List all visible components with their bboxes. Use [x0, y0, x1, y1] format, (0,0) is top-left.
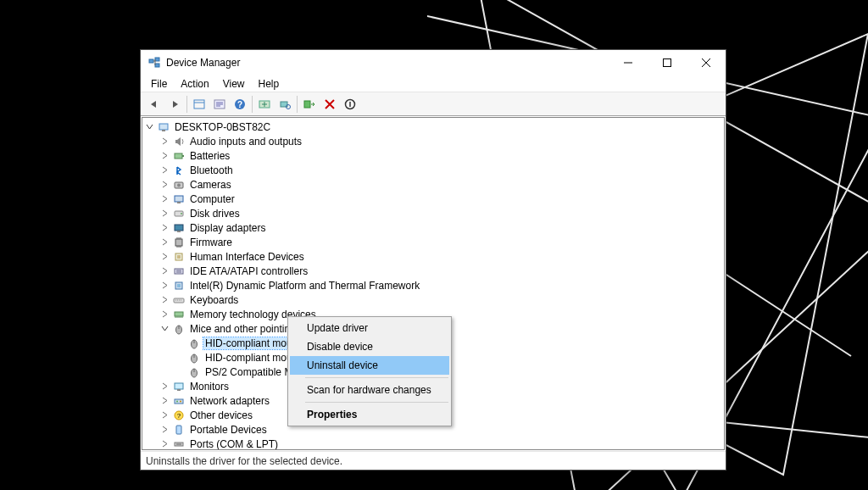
svg-point-18: [177, 183, 181, 187]
menubar: File Action View Help: [141, 75, 726, 92]
monitor-icon: [172, 380, 186, 393]
menu-help[interactable]: Help: [252, 76, 287, 92]
chevron-right-icon[interactable]: [161, 382, 171, 390]
chevron-right-icon[interactable]: [161, 253, 171, 260]
uninstall-device-button[interactable]: [320, 95, 340, 114]
svg-point-46: [176, 443, 178, 445]
enable-device-button[interactable]: [299, 95, 320, 114]
chevron-right-icon[interactable]: [161, 426, 171, 433]
tree-node-label: Network adapters: [188, 395, 271, 407]
tree-category[interactable]: Computer: [142, 192, 724, 206]
svg-rect-14: [162, 130, 165, 131]
disable-device-button[interactable]: [340, 95, 360, 114]
tree-node-label: Cameras: [188, 179, 233, 191]
menu-action[interactable]: Action: [174, 76, 215, 92]
chevron-right-icon[interactable]: [161, 281, 171, 289]
chevron-right-icon[interactable]: [161, 166, 171, 174]
tree-category[interactable]: Disk drives: [142, 206, 724, 220]
toolbar-separator: [252, 96, 253, 113]
tree-root[interactable]: DESKTOP-0BST82C: [142, 120, 724, 134]
chevron-down-icon[interactable]: [161, 325, 171, 332]
network-icon: [172, 394, 186, 408]
titlebar[interactable]: Device Manager: [141, 50, 726, 75]
tree-category[interactable]: Bluetooth: [142, 163, 724, 177]
forward-button[interactable]: [164, 95, 185, 114]
svg-rect-27: [177, 255, 181, 259]
menu-view[interactable]: View: [216, 76, 252, 92]
svg-rect-16: [182, 155, 184, 157]
tree-category[interactable]: Human Interface Devices: [142, 249, 724, 264]
tree-category[interactable]: Keyboards: [142, 292, 724, 307]
svg-rect-23: [175, 225, 183, 231]
ctx-uninstall-device[interactable]: Uninstall device: [290, 356, 449, 375]
tree-node-label: Bluetooth: [188, 164, 235, 176]
audio-icon: [172, 135, 186, 148]
chevron-right-icon[interactable]: [161, 296, 171, 303]
svg-rect-11: [304, 101, 310, 108]
chevron-right-icon[interactable]: [161, 411, 171, 419]
tree-category[interactable]: IDE ATA/ATAPI controllers: [142, 264, 724, 278]
properties-toolbar-button[interactable]: [209, 95, 230, 114]
tree-category[interactable]: Firmware: [142, 235, 724, 249]
tree-category[interactable]: Cameras: [142, 177, 724, 192]
tree-node-label: Audio inputs and outputs: [188, 136, 303, 148]
maximize-button[interactable]: [648, 50, 687, 75]
back-button[interactable]: [144, 95, 164, 114]
chevron-right-icon[interactable]: [161, 195, 171, 203]
toolbar-separator: [186, 96, 187, 113]
mouse-icon: [172, 322, 186, 336]
chevron-right-icon[interactable]: [161, 310, 171, 318]
tree-node-label: Other devices: [188, 409, 254, 421]
chevron-right-icon[interactable]: [161, 397, 171, 404]
svg-rect-39: [175, 399, 183, 404]
tree-node-label: Human Interface Devices: [188, 251, 306, 263]
computer-icon: [172, 192, 186, 206]
svg-text:?: ?: [237, 100, 242, 109]
scan-hardware-button[interactable]: [275, 95, 295, 114]
chevron-right-icon[interactable]: [161, 152, 171, 159]
tree-node-label: Portable Devices: [188, 424, 269, 436]
tree-node-label: Keyboards: [188, 294, 240, 306]
ctx-update-driver[interactable]: Update driver: [290, 319, 449, 337]
svg-point-48: [180, 443, 181, 445]
tree-node-label: DESKTOP-0BST82C: [173, 121, 272, 133]
chevron-down-icon[interactable]: [146, 123, 156, 131]
svg-rect-1: [155, 58, 159, 61]
tree-category[interactable]: Intel(R) Dynamic Platform and Thermal Fr…: [142, 278, 724, 292]
ctx-scan-hardware[interactable]: Scan for hardware changes: [290, 381, 449, 399]
menu-file[interactable]: File: [144, 76, 174, 92]
chevron-right-icon[interactable]: [161, 238, 171, 246]
chevron-right-icon[interactable]: [161, 137, 171, 145]
chevron-right-icon[interactable]: [161, 209, 171, 217]
svg-rect-2: [155, 64, 159, 67]
ctx-disable-device[interactable]: Disable device: [290, 337, 449, 356]
tree-node-label: Disk drives: [188, 208, 242, 220]
tree-category[interactable]: Audio inputs and outputs: [142, 134, 724, 148]
close-button[interactable]: [687, 50, 726, 75]
other-icon: ?: [172, 409, 186, 422]
tree-category[interactable]: Batteries: [142, 148, 724, 163]
tree-category[interactable]: Ports (COM & LPT): [142, 437, 724, 449]
svg-point-47: [178, 443, 180, 445]
chevron-right-icon[interactable]: [161, 440, 171, 448]
svg-rect-38: [177, 389, 181, 391]
ctx-properties[interactable]: Properties: [290, 405, 449, 424]
show-hidden-button[interactable]: [189, 95, 209, 114]
chevron-right-icon[interactable]: [161, 181, 171, 188]
update-driver-toolbar-button[interactable]: [254, 95, 275, 114]
chevron-right-icon[interactable]: [161, 267, 171, 275]
portable-icon: [172, 423, 186, 437]
tree-category[interactable]: Display adapters: [142, 220, 724, 235]
statusbar: Uninstalls the driver for the selected d…: [141, 451, 726, 470]
help-toolbar-button[interactable]: ?: [230, 95, 250, 114]
chevron-right-icon[interactable]: [161, 224, 171, 231]
toolbar-separator: [297, 96, 298, 113]
tree-node-label: Computer: [188, 193, 236, 205]
svg-rect-15: [175, 153, 182, 159]
battery-icon: [172, 149, 186, 163]
svg-rect-0: [149, 59, 153, 63]
tree-node-label: IDE ATA/ATAPI controllers: [188, 265, 309, 277]
minimize-button[interactable]: [609, 50, 648, 75]
disk-icon: [172, 207, 186, 220]
mouse-icon: [187, 351, 201, 365]
